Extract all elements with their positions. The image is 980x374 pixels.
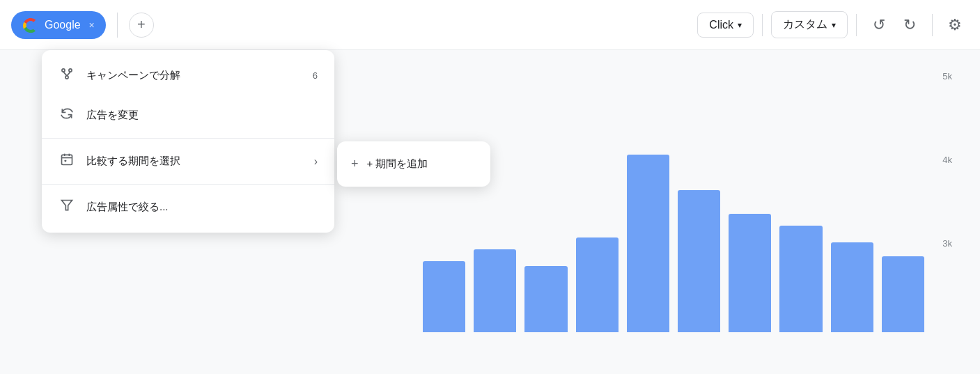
bar-1 <box>474 249 516 332</box>
bar-chart <box>423 95 924 332</box>
svg-rect-9 <box>65 160 67 162</box>
bar-6 <box>729 214 771 332</box>
undo-icon: ↺ <box>873 16 885 34</box>
filter-icon <box>59 198 75 216</box>
svg-point-1 <box>69 69 72 72</box>
custom-chevron-icon: ▾ <box>832 20 836 30</box>
settings-icon: ⚙ <box>948 16 962 34</box>
redo-icon: ↻ <box>903 16 916 34</box>
menu-item-change-ad[interactable]: 広告を変更 <box>42 95 334 135</box>
bar-0 <box>423 261 465 332</box>
compare-period-submenu: + + 期間を追加 <box>337 141 490 187</box>
y-label-3k: 3k <box>942 238 952 249</box>
add-period-plus-icon: + <box>351 157 359 171</box>
filter-ad-label: 広告属性で絞る... <box>86 201 169 214</box>
bar-2 <box>524 266 567 332</box>
calendar-icon <box>59 153 75 170</box>
click-button[interactable]: Click ▾ <box>697 13 754 38</box>
settings-button[interactable]: ⚙ <box>941 11 969 39</box>
topbar-divider-1 <box>762 14 763 36</box>
redo-button[interactable]: ↻ <box>896 11 924 39</box>
click-label: Click <box>709 19 733 31</box>
menu-item-compare-period[interactable]: 比較する期間を選択 › + + 期間を追加 <box>42 141 334 181</box>
menu-divider-2 <box>42 184 334 185</box>
menu-divider-1 <box>42 138 334 139</box>
add-tab-button[interactable]: + <box>129 13 154 38</box>
bar-8 <box>831 242 873 332</box>
close-tab-icon[interactable]: × <box>89 20 95 31</box>
main-content: キャンペーンで分解 6 広告を変更 <box>0 50 980 374</box>
topbar-divider-2 <box>856 14 857 36</box>
topbar-right: Click ▾ カスタム ▾ ↺ ↻ ⚙ <box>697 11 969 39</box>
undo-button[interactable]: ↺ <box>865 11 893 39</box>
refresh-icon <box>59 107 75 124</box>
google-tab-label: Google <box>45 19 81 31</box>
svg-point-0 <box>62 69 65 72</box>
topbar: Google × + Click ▾ カスタム ▾ ↺ ↻ ⚙ <box>0 0 980 50</box>
campaign-count-badge: 6 <box>313 70 318 81</box>
chart-area: 5k 4k 3k <box>353 50 980 374</box>
compare-period-label: 比較する期間を選択 <box>86 155 180 168</box>
change-ad-label: 広告を変更 <box>86 109 139 122</box>
bar-5 <box>678 190 720 332</box>
chevron-right-icon: › <box>314 155 318 168</box>
google-logo-icon <box>22 17 39 33</box>
svg-point-2 <box>65 76 68 79</box>
y-label-4k: 4k <box>942 155 952 165</box>
svg-line-3 <box>63 72 67 76</box>
add-period-item[interactable]: + + 期間を追加 <box>337 147 490 181</box>
context-menu: キャンペーンで分解 6 広告を変更 <box>42 50 334 233</box>
menu-item-filter-ad[interactable]: 広告属性で絞る... <box>42 187 334 227</box>
click-chevron-icon: ▾ <box>738 20 742 30</box>
bar-9 <box>882 256 924 332</box>
svg-rect-5 <box>62 155 72 164</box>
topbar-divider-3 <box>932 14 933 36</box>
bar-3 <box>576 237 619 332</box>
tab-divider <box>117 13 118 38</box>
svg-line-4 <box>67 72 70 76</box>
bar-7 <box>779 226 822 332</box>
custom-button[interactable]: カスタム ▾ <box>771 11 848 38</box>
campaign-breakdown-label: キャンペーンで分解 <box>86 69 180 82</box>
svg-marker-10 <box>62 201 72 210</box>
google-tab[interactable]: Google × <box>11 11 106 39</box>
custom-label: カスタム <box>783 17 827 32</box>
bar-4 <box>627 155 669 332</box>
add-period-label: + 期間を追加 <box>367 157 428 171</box>
y-label-5k: 5k <box>942 71 952 81</box>
branch-icon <box>59 67 75 84</box>
menu-item-campaign-breakdown[interactable]: キャンペーンで分解 6 <box>42 56 334 95</box>
